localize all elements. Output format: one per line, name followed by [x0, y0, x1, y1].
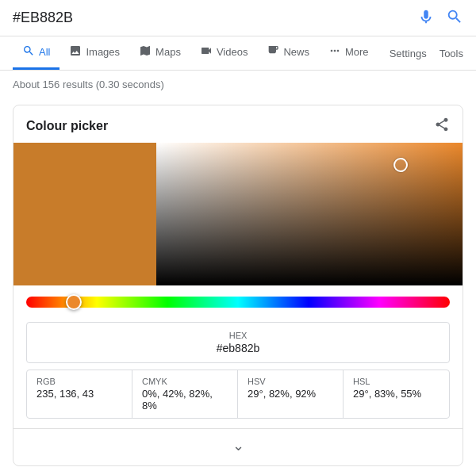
more-tab-icon	[328, 44, 341, 59]
hex-label: HEX	[38, 331, 438, 340]
images-tab-icon	[69, 44, 82, 59]
tab-maps-label: Maps	[155, 46, 181, 58]
gradient-black-overlay	[156, 143, 463, 285]
search-icons	[417, 8, 463, 28]
hex-container[interactable]: HEX #eb882b	[26, 322, 450, 363]
card-title: Colour picker	[26, 119, 108, 133]
nav-right: Settings Tools	[390, 48, 463, 59]
hsl-value: 29°, 83%, 55%	[353, 388, 440, 400]
results-count: About 156 results (0.30 seconds)	[0, 71, 476, 98]
color-swatch	[13, 143, 156, 285]
card-header: Colour picker	[13, 105, 463, 143]
color-gradient[interactable]	[156, 143, 463, 285]
mic-icon[interactable]	[417, 8, 435, 28]
tab-images[interactable]: Images	[60, 36, 129, 70]
hsv-value: 29°, 82%, 92%	[248, 388, 333, 400]
search-bar: #EB882B	[0, 0, 476, 36]
tab-news[interactable]: News	[257, 36, 319, 70]
tab-news-label: News	[283, 46, 309, 58]
tab-maps[interactable]: Maps	[129, 36, 190, 70]
chevron-down-icon[interactable]: ⌄	[232, 437, 244, 454]
rgb-cell: RGB 235, 136, 43	[27, 370, 132, 418]
videos-tab-icon	[200, 44, 213, 59]
hex-value: #eb882b	[38, 342, 438, 354]
tab-videos-label: Videos	[217, 46, 248, 58]
hue-slider-track[interactable]	[26, 297, 450, 308]
search-tab-icon	[22, 44, 35, 59]
hsv-cell: HSV 29°, 82%, 92%	[238, 370, 344, 418]
search-icon[interactable]	[446, 8, 463, 28]
color-picker-card: Colour picker HEX #eb882b RGB 235, 136, …	[13, 105, 463, 466]
maps-tab-icon	[139, 44, 152, 59]
tab-all[interactable]: All	[13, 36, 60, 70]
tab-more-label: More	[345, 46, 369, 58]
hsl-label: HSL	[353, 377, 440, 386]
tab-more[interactable]: More	[319, 36, 378, 70]
settings-link[interactable]: Settings	[390, 48, 427, 59]
share-icon[interactable]	[434, 117, 450, 135]
hue-slider-thumb[interactable]	[66, 294, 82, 310]
nav-tabs: All Images Maps Videos	[0, 36, 476, 71]
rgb-value: 235, 136, 43	[36, 388, 122, 400]
color-picker-area[interactable]	[13, 143, 463, 285]
hsl-cell: HSL 29°, 83%, 55%	[344, 370, 449, 418]
cmyk-cell: CMYK 0%, 42%, 82%, 8%	[132, 370, 238, 418]
news-tab-icon	[267, 44, 279, 59]
tab-all-label: All	[39, 46, 50, 58]
hsv-label: HSV	[248, 377, 333, 386]
color-values-grid: RGB 235, 136, 43 CMYK 0%, 42%, 82%, 8% H…	[26, 370, 450, 419]
cmyk-label: CMYK	[142, 377, 228, 386]
expand-row[interactable]: ⌄	[13, 428, 463, 465]
rgb-label: RGB	[36, 377, 122, 386]
tab-videos[interactable]: Videos	[190, 36, 258, 70]
hue-slider-container[interactable]	[13, 285, 463, 316]
search-input[interactable]: #EB882B	[13, 10, 409, 26]
cmyk-value: 0%, 42%, 82%, 8%	[142, 388, 228, 412]
tab-images-label: Images	[86, 46, 120, 58]
tools-link[interactable]: Tools	[440, 48, 463, 59]
